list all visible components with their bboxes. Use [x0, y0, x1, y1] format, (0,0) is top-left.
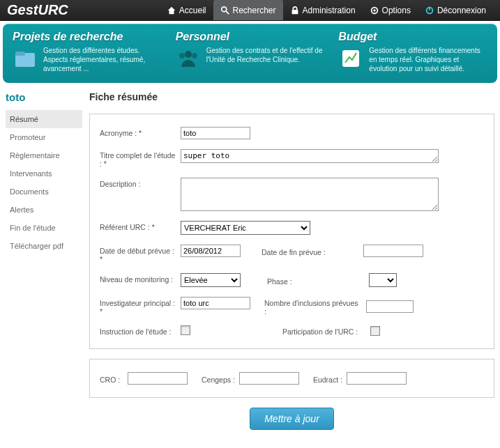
svg-rect-2 — [291, 10, 298, 14]
select-referent[interactable]: VERCHERAT Eric — [181, 221, 310, 235]
search-icon — [220, 6, 230, 15]
svg-point-10 — [179, 53, 185, 59]
nav-administration[interactable]: Administration — [283, 0, 363, 20]
nav-rechercher[interactable]: Rechercher — [213, 0, 283, 20]
svg-point-9 — [185, 51, 192, 58]
power-icon — [425, 6, 434, 15]
input-titre[interactable]: super toto — [181, 149, 439, 163]
input-cro[interactable] — [128, 372, 188, 385]
input-acronyme[interactable] — [181, 127, 250, 139]
input-investigateur[interactable] — [181, 297, 250, 309]
page-title: Fiche résumée — [89, 91, 494, 102]
label-instruction: Instruction de l'étude : — [100, 325, 176, 336]
input-inclusions[interactable] — [366, 300, 414, 313]
input-date-fin[interactable] — [363, 245, 423, 257]
banner-budget[interactable]: Budget Gestion des différents financemen… — [338, 31, 487, 73]
label-date-fin: Date de fin prévue : — [262, 246, 359, 256]
sidebar-item-promoteur[interactable]: Promoteur — [6, 128, 82, 146]
svg-point-11 — [192, 53, 197, 59]
content: Fiche résumée Acronyme : * Titre complet… — [89, 91, 494, 430]
sidebar: toto Résumé Promoteur Règlementaire Inte… — [6, 91, 82, 430]
sidebar-title: toto — [6, 91, 82, 103]
sidebar-item-resume[interactable]: Résumé — [6, 110, 82, 128]
select-monitoring[interactable]: Elevée — [181, 273, 241, 287]
label-eudract: Eudract : — [313, 373, 342, 384]
label-participation: Participation de l'URC : — [282, 325, 366, 336]
banner: Projets de recherche Gestion des différe… — [3, 24, 497, 83]
sidebar-item-fin[interactable]: Fin de l'étude — [6, 219, 82, 237]
home-icon — [167, 6, 176, 15]
sidebar-item-documents[interactable]: Documents — [6, 183, 82, 201]
label-titre: Titre complet de l'étude : * — [100, 149, 176, 168]
sidebar-item-intervenants[interactable]: Intervenants — [6, 164, 82, 183]
checkbox-instruction[interactable] — [181, 325, 190, 335]
label-cengeps: Cengeps : — [202, 373, 235, 384]
sidebar-item-alertes[interactable]: Alertes — [6, 201, 82, 219]
input-description[interactable] — [181, 178, 439, 211]
label-phase: Phase : — [267, 275, 365, 286]
sidebar-item-pdf[interactable]: Télécharger pdf — [6, 237, 82, 255]
label-description: Description : — [100, 178, 176, 188]
label-investigateur: Investigateur principal : * — [100, 297, 176, 316]
svg-point-4 — [373, 9, 376, 12]
svg-line-1 — [225, 10, 228, 13]
submit-button[interactable]: Mettre à jour — [250, 408, 334, 430]
input-eudract[interactable] — [347, 372, 407, 385]
top-nav: GestURC Accueil Rechercher Administratio… — [0, 0, 500, 21]
banner-projets[interactable]: Projets de recherche Gestion des différe… — [13, 31, 162, 73]
checkbox-participation[interactable] — [370, 326, 380, 336]
label-cro: CRO : — [100, 373, 123, 384]
label-referent: Référent URC : * — [100, 221, 176, 231]
nav-accueil[interactable]: Accueil — [160, 0, 213, 20]
svg-rect-8 — [15, 52, 25, 56]
input-date-debut[interactable] — [181, 245, 241, 257]
brand: GestURC — [7, 2, 160, 18]
form-identifiers: CRO : Cengeps : Eudract : — [89, 359, 494, 398]
nav-deconnexion[interactable]: Déconnexion — [418, 0, 493, 20]
chart-icon — [338, 46, 363, 71]
select-phase[interactable] — [369, 273, 397, 287]
banner-personnel[interactable]: Personnel Gestion des contrats et de l'e… — [176, 31, 325, 73]
lock-icon — [290, 6, 300, 15]
svg-point-0 — [221, 6, 226, 11]
gear-icon — [370, 6, 379, 15]
people-icon — [176, 46, 201, 71]
form-main: Acronyme : * Titre complet de l'étude : … — [89, 114, 494, 349]
sidebar-item-reglementaire[interactable]: Règlementaire — [6, 146, 82, 164]
label-monitoring: Niveau de monitoring : — [100, 273, 176, 284]
label-acronyme: Acronyme : * — [100, 127, 176, 137]
label-date-debut: Date de début prévue : * — [100, 245, 176, 263]
input-cengeps[interactable] — [239, 372, 299, 385]
nav-options[interactable]: Options — [363, 0, 418, 20]
label-inclusions: Nombre d'inclusions prévues : — [264, 297, 362, 316]
folder-icon — [13, 46, 38, 71]
